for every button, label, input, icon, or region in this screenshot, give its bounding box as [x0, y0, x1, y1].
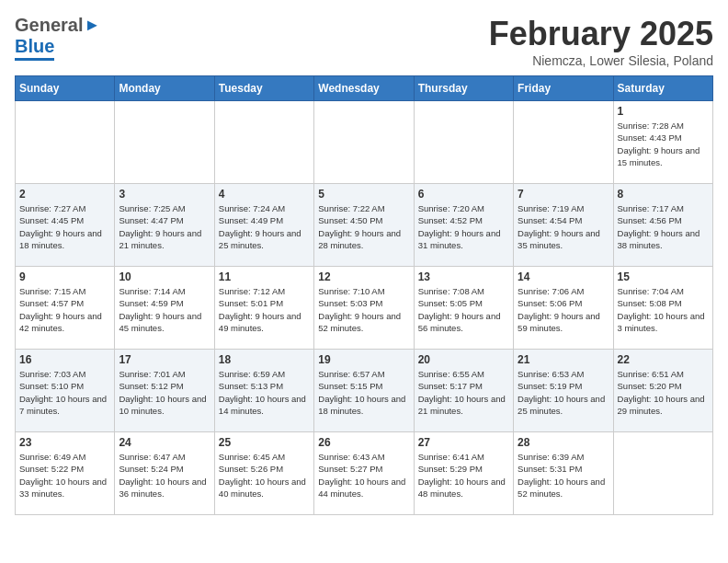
calendar-cell: 22Sunrise: 6:51 AM Sunset: 5:20 PM Dayli…: [613, 350, 712, 432]
day-info: Sunrise: 7:19 AM Sunset: 4:54 PM Dayligh…: [518, 202, 609, 251]
col-tuesday: Tuesday: [214, 76, 313, 101]
day-info: Sunrise: 7:15 AM Sunset: 4:57 PM Dayligh…: [19, 285, 110, 334]
day-number: 22: [618, 353, 709, 366]
calendar-cell: 14Sunrise: 7:06 AM Sunset: 5:06 PM Dayli…: [514, 267, 613, 350]
title-area: February 2025 Niemcza, Lower Silesia, Po…: [489, 15, 713, 68]
calendar-cell: 13Sunrise: 7:08 AM Sunset: 5:05 PM Dayli…: [414, 267, 513, 350]
col-saturday: Saturday: [613, 76, 712, 101]
day-number: 8: [618, 188, 709, 201]
day-number: 3: [119, 188, 210, 201]
calendar-cell: 9Sunrise: 7:15 AM Sunset: 4:57 PM Daylig…: [16, 267, 115, 350]
calendar-week-4: 16Sunrise: 7:03 AM Sunset: 5:10 PM Dayli…: [16, 350, 713, 432]
day-number: 1: [618, 105, 709, 118]
month-title: February 2025: [489, 15, 713, 53]
day-info: Sunrise: 6:57 AM Sunset: 5:15 PM Dayligh…: [318, 368, 409, 417]
day-info: Sunrise: 7:28 AM Sunset: 4:43 PM Dayligh…: [618, 120, 709, 168]
day-info: Sunrise: 7:04 AM Sunset: 5:08 PM Dayligh…: [618, 285, 709, 334]
calendar-header-row: Sunday Monday Tuesday Wednesday Thursday…: [16, 76, 713, 101]
day-info: Sunrise: 6:47 AM Sunset: 5:24 PM Dayligh…: [119, 451, 210, 500]
day-number: 11: [219, 270, 310, 283]
calendar-cell: 15Sunrise: 7:04 AM Sunset: 5:08 PM Dayli…: [613, 267, 712, 350]
calendar-cell: [514, 101, 613, 184]
day-info: Sunrise: 6:41 AM Sunset: 5:29 PM Dayligh…: [418, 451, 509, 500]
logo-blue: Blue: [15, 36, 54, 61]
calendar-cell: 8Sunrise: 7:17 AM Sunset: 4:56 PM Daylig…: [613, 184, 712, 267]
calendar-cell: 6Sunrise: 7:20 AM Sunset: 4:52 PM Daylig…: [414, 184, 513, 267]
day-number: 10: [119, 270, 210, 283]
calendar-week-3: 9Sunrise: 7:15 AM Sunset: 4:57 PM Daylig…: [16, 267, 713, 350]
logo-chevron: ►: [84, 16, 100, 35]
page-header: General ► Blue February 2025 Niemcza, Lo…: [15, 15, 713, 68]
calendar-week-5: 23Sunrise: 6:49 AM Sunset: 5:22 PM Dayli…: [16, 432, 713, 515]
col-monday: Monday: [115, 76, 214, 101]
calendar-cell: 27Sunrise: 6:41 AM Sunset: 5:29 PM Dayli…: [414, 432, 513, 515]
day-number: 21: [518, 353, 609, 366]
calendar-cell: 7Sunrise: 7:19 AM Sunset: 4:54 PM Daylig…: [514, 184, 613, 267]
col-sunday: Sunday: [16, 76, 115, 101]
day-number: 2: [19, 188, 110, 201]
calendar-cell: [115, 101, 214, 184]
day-number: 12: [318, 270, 409, 283]
calendar-week-2: 2Sunrise: 7:27 AM Sunset: 4:45 PM Daylig…: [16, 184, 713, 267]
day-number: 15: [618, 270, 709, 283]
day-number: 4: [219, 188, 310, 201]
day-info: Sunrise: 6:59 AM Sunset: 5:13 PM Dayligh…: [219, 368, 310, 417]
day-info: Sunrise: 7:20 AM Sunset: 4:52 PM Dayligh…: [418, 202, 509, 251]
calendar-cell: 5Sunrise: 7:22 AM Sunset: 4:50 PM Daylig…: [314, 184, 414, 267]
day-number: 23: [19, 436, 110, 449]
calendar-cell: [214, 101, 313, 184]
calendar-cell: 23Sunrise: 6:49 AM Sunset: 5:22 PM Dayli…: [16, 432, 115, 515]
calendar-cell: 20Sunrise: 6:55 AM Sunset: 5:17 PM Dayli…: [414, 350, 513, 432]
day-number: 26: [318, 436, 409, 449]
logo: General ► Blue: [15, 15, 100, 57]
calendar-cell: 25Sunrise: 6:45 AM Sunset: 5:26 PM Dayli…: [214, 432, 313, 515]
day-info: Sunrise: 6:39 AM Sunset: 5:31 PM Dayligh…: [518, 451, 609, 500]
col-friday: Friday: [514, 76, 613, 101]
day-number: 5: [318, 188, 409, 201]
day-info: Sunrise: 6:45 AM Sunset: 5:26 PM Dayligh…: [219, 451, 310, 500]
calendar-cell: 24Sunrise: 6:47 AM Sunset: 5:24 PM Dayli…: [115, 432, 214, 515]
day-info: Sunrise: 7:27 AM Sunset: 4:45 PM Dayligh…: [19, 202, 110, 251]
day-number: 6: [418, 188, 509, 201]
day-info: Sunrise: 6:43 AM Sunset: 5:27 PM Dayligh…: [318, 451, 409, 500]
day-info: Sunrise: 7:14 AM Sunset: 4:59 PM Dayligh…: [119, 285, 210, 334]
day-info: Sunrise: 7:12 AM Sunset: 5:01 PM Dayligh…: [219, 285, 310, 334]
day-number: 16: [19, 353, 110, 366]
day-number: 25: [219, 436, 310, 449]
day-number: 27: [418, 436, 509, 449]
day-number: 9: [19, 270, 110, 283]
calendar-cell: 21Sunrise: 6:53 AM Sunset: 5:19 PM Dayli…: [514, 350, 613, 432]
calendar-cell: 12Sunrise: 7:10 AM Sunset: 5:03 PM Dayli…: [314, 267, 414, 350]
calendar-cell: 18Sunrise: 6:59 AM Sunset: 5:13 PM Dayli…: [214, 350, 313, 432]
day-info: Sunrise: 6:55 AM Sunset: 5:17 PM Dayligh…: [418, 368, 509, 417]
day-number: 13: [418, 270, 509, 283]
day-info: Sunrise: 7:03 AM Sunset: 5:10 PM Dayligh…: [19, 368, 110, 417]
day-info: Sunrise: 7:10 AM Sunset: 5:03 PM Dayligh…: [318, 285, 409, 334]
calendar-cell: 1Sunrise: 7:28 AM Sunset: 4:43 PM Daylig…: [613, 101, 712, 184]
day-info: Sunrise: 7:17 AM Sunset: 4:56 PM Dayligh…: [618, 202, 709, 251]
day-info: Sunrise: 7:08 AM Sunset: 5:05 PM Dayligh…: [418, 285, 509, 334]
calendar-week-1: 1Sunrise: 7:28 AM Sunset: 4:43 PM Daylig…: [16, 101, 713, 184]
day-number: 19: [318, 353, 409, 366]
calendar-cell: [16, 101, 115, 184]
calendar-cell: [414, 101, 513, 184]
day-info: Sunrise: 6:51 AM Sunset: 5:20 PM Dayligh…: [618, 368, 709, 417]
calendar-cell: 3Sunrise: 7:25 AM Sunset: 4:47 PM Daylig…: [115, 184, 214, 267]
day-number: 14: [518, 270, 609, 283]
day-info: Sunrise: 7:01 AM Sunset: 5:12 PM Dayligh…: [119, 368, 210, 417]
calendar-cell: [613, 432, 712, 515]
day-number: 17: [119, 353, 210, 366]
calendar-cell: 10Sunrise: 7:14 AM Sunset: 4:59 PM Dayli…: [115, 267, 214, 350]
day-info: Sunrise: 7:22 AM Sunset: 4:50 PM Dayligh…: [318, 202, 409, 251]
calendar-cell: 17Sunrise: 7:01 AM Sunset: 5:12 PM Dayli…: [115, 350, 214, 432]
col-wednesday: Wednesday: [314, 76, 414, 101]
calendar-cell: 4Sunrise: 7:24 AM Sunset: 4:49 PM Daylig…: [214, 184, 313, 267]
day-number: 7: [518, 188, 609, 201]
calendar-cell: [314, 101, 414, 184]
day-number: 28: [518, 436, 609, 449]
calendar-cell: 26Sunrise: 6:43 AM Sunset: 5:27 PM Dayli…: [314, 432, 414, 515]
calendar-table: Sunday Monday Tuesday Wednesday Thursday…: [15, 75, 713, 515]
day-info: Sunrise: 7:06 AM Sunset: 5:06 PM Dayligh…: [518, 285, 609, 334]
location: Niemcza, Lower Silesia, Poland: [489, 53, 713, 68]
day-info: Sunrise: 7:24 AM Sunset: 4:49 PM Dayligh…: [219, 202, 310, 251]
